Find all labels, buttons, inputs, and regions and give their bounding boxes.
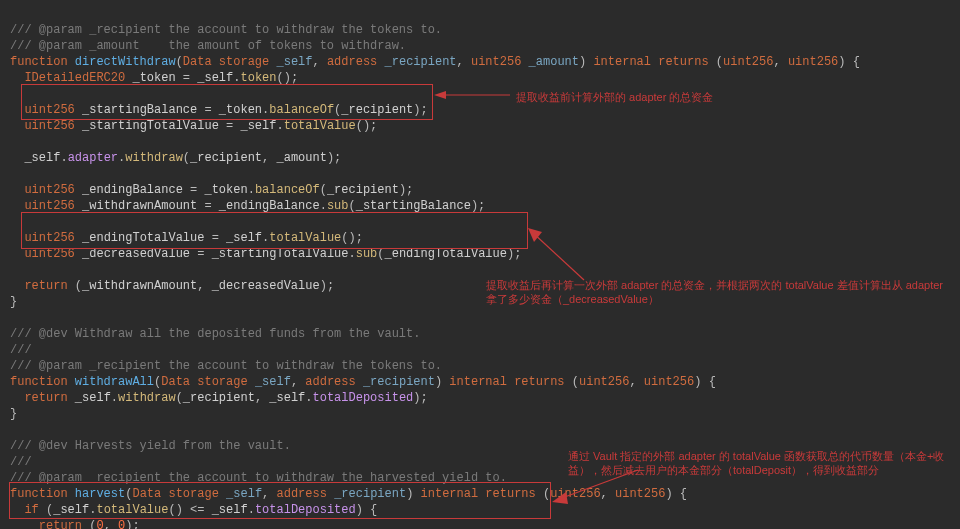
comment-line: /// @param _recipient the account to wit…: [10, 23, 442, 37]
annotation-2: 提取收益后再计算一次外部 adapter 的总资金，并根据两次的 totalVa…: [486, 278, 956, 306]
comment-line: /// @param _recipient the account to wit…: [10, 359, 442, 373]
comment-line: ///: [10, 455, 32, 469]
comment-line: /// @param _recipient the account to wit…: [10, 471, 507, 485]
svg-marker-1: [434, 91, 446, 99]
fn-withdrawall-sig: function withdrawAll(Data storage _self,…: [10, 375, 716, 389]
svg-marker-3: [528, 228, 542, 242]
arrow-1-icon: [434, 88, 512, 102]
fn-harvest-sig: function harvest(Data storage _self, add…: [10, 487, 687, 501]
comment-line: /// @dev Withdraw all the deposited fund…: [10, 327, 420, 341]
svg-line-2: [532, 232, 584, 280]
comment-line: /// @param _amount the amount of tokens …: [10, 39, 406, 53]
annotation-3: 通过 Vault 指定的外部 adapter 的 totalValue 函数获取…: [568, 449, 960, 477]
code-editor: /// @param _recipient the account to wit…: [0, 0, 960, 529]
comment-line: /// @dev Harvests yield from the vault.: [10, 439, 291, 453]
comment-line: ///: [10, 343, 32, 357]
fn-directwithdraw-sig: function directWithdraw(Data storage _se…: [10, 55, 860, 69]
annotation-1: 提取收益前计算外部的 adapter 的总资金: [516, 90, 776, 104]
